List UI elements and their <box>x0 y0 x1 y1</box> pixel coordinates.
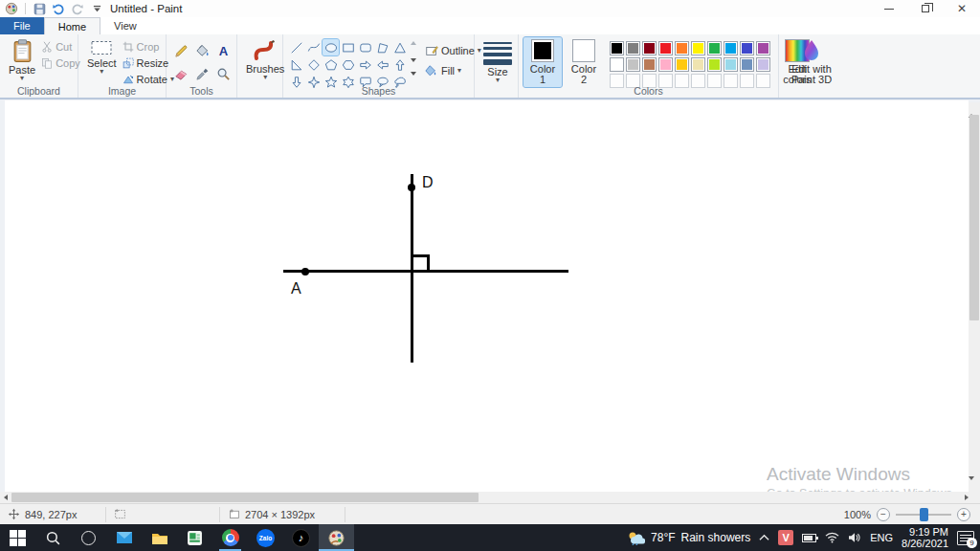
language-indicator[interactable]: ENG <box>870 532 893 543</box>
size-button[interactable]: Size ▾ <box>479 37 516 85</box>
palette-swatch[interactable] <box>740 41 754 55</box>
palette-swatch[interactable] <box>610 41 624 55</box>
palette-swatch[interactable] <box>610 57 624 72</box>
group-shapes: Outline ▾ Fill ▾ Shapes <box>283 34 475 98</box>
scroll-left-icon[interactable] <box>0 492 11 503</box>
eraser-icon <box>174 67 189 81</box>
paste-button[interactable]: Paste ▾ <box>5 37 39 83</box>
shape-hexagon-button[interactable] <box>340 56 356 73</box>
palette-swatch[interactable] <box>707 57 722 72</box>
redo-button[interactable] <box>70 2 85 15</box>
edit-with-paint3d-button[interactable]: Edit with Paint 3D <box>784 37 839 87</box>
color-picker-tool-button[interactable] <box>192 63 212 84</box>
tab-view[interactable]: View <box>100 17 150 34</box>
shape-diamond-button[interactable] <box>305 56 322 73</box>
horizontal-scrollbar[interactable] <box>0 492 969 503</box>
volume-icon[interactable] <box>848 532 861 543</box>
cut-button[interactable]: Cut <box>39 39 82 54</box>
v-app-tray-icon[interactable]: V <box>778 530 793 545</box>
restore-button[interactable] <box>907 0 944 17</box>
pencil-tool-button[interactable] <box>171 40 190 61</box>
start-button[interactable] <box>0 524 35 551</box>
minimize-button[interactable] <box>871 0 907 17</box>
shape-ellipse-button[interactable] <box>323 39 339 55</box>
palette-swatch[interactable] <box>658 57 673 72</box>
fill-tool-button[interactable] <box>192 40 212 61</box>
close-button[interactable]: ✕ <box>944 0 980 17</box>
copy-button[interactable]: Copy <box>39 55 82 70</box>
zoom-slider-thumb[interactable] <box>920 508 928 521</box>
shape-triangle-button[interactable] <box>391 39 408 55</box>
palette-swatch[interactable] <box>626 41 640 55</box>
palette-swatch[interactable] <box>740 57 754 72</box>
palette-swatch[interactable] <box>691 57 705 72</box>
tiktok-button[interactable]: ♪ <box>283 524 319 551</box>
palette-swatch[interactable] <box>675 57 689 72</box>
shape-right-triangle-button[interactable] <box>288 56 304 73</box>
palette-swatch[interactable] <box>658 41 673 55</box>
paint-taskbar-button[interactable] <box>319 524 354 551</box>
shape-arrow-left-button[interactable] <box>374 56 390 73</box>
chrome-button[interactable] <box>212 524 248 551</box>
eraser-tool-button[interactable] <box>171 63 190 84</box>
shape-rectangle-button[interactable] <box>340 39 356 55</box>
select-button[interactable]: Select ▾ <box>83 37 121 77</box>
shapes-scroll-up-icon[interactable] <box>411 41 416 45</box>
tab-home[interactable]: Home <box>44 17 100 34</box>
undo-button[interactable] <box>51 2 66 15</box>
scroll-right-icon[interactable] <box>957 492 969 503</box>
palette-swatch[interactable] <box>626 57 640 72</box>
shape-pentagon-button[interactable] <box>323 56 339 73</box>
zoom-slider[interactable] <box>896 514 951 516</box>
magnifier-tool-button[interactable] <box>213 63 233 84</box>
mail-button[interactable] <box>106 524 142 551</box>
vertical-scrollbar[interactable] <box>969 102 980 492</box>
scroll-down-icon[interactable] <box>969 480 974 492</box>
color1-button[interactable]: Color 1 <box>523 37 562 87</box>
customize-qat-button[interactable] <box>89 2 104 15</box>
shape-polygon-button[interactable] <box>374 39 390 55</box>
notification-center-button[interactable]: 9 <box>957 531 974 545</box>
shape-arrow-right-button[interactable] <box>357 56 373 73</box>
zoom-in-button[interactable]: + <box>957 508 970 521</box>
zoom-out-button[interactable]: − <box>877 508 890 521</box>
color2-button[interactable]: Color 2 <box>565 37 603 87</box>
shape-rounded-rectangle-button[interactable] <box>357 39 373 55</box>
brushes-button[interactable]: Brushes ▾ <box>242 37 288 82</box>
shape-line-button[interactable] <box>288 39 304 55</box>
vertical-scroll-thumb[interactable] <box>969 115 979 320</box>
group-label-tools: Tools <box>167 85 236 97</box>
weather-widget[interactable]: 78°F Rain showers <box>626 530 750 545</box>
text-tool-button[interactable]: A <box>213 40 233 61</box>
save-button[interactable] <box>32 2 47 15</box>
paint3d-icon <box>802 39 821 62</box>
wifi-icon[interactable] <box>825 532 839 543</box>
spreadsheet-app-button[interactable] <box>177 524 212 551</box>
shapes-scroll-down-icon[interactable] <box>411 58 416 62</box>
file-explorer-button[interactable] <box>142 524 177 551</box>
horizontal-line <box>283 270 568 273</box>
zalo-button[interactable]: Zalo <box>248 524 283 551</box>
battery-icon[interactable] <box>802 534 816 542</box>
palette-swatch[interactable] <box>724 41 738 55</box>
palette-swatch[interactable] <box>642 57 657 72</box>
mail-icon <box>116 531 133 544</box>
status-bar: 849, 227px 2704 × 1392px 100% − + <box>0 503 980 524</box>
scroll-up-icon[interactable] <box>969 102 974 114</box>
shape-arrow-up-button[interactable] <box>391 56 408 73</box>
palette-swatch[interactable] <box>642 41 657 55</box>
shape-curve-button[interactable] <box>305 39 322 55</box>
cortana-button[interactable] <box>71 524 106 551</box>
tab-file[interactable]: File <box>0 17 44 34</box>
taskbar-search-button[interactable] <box>35 524 71 551</box>
tray-expand-chevron-icon[interactable] <box>759 534 769 541</box>
taskbar-clock[interactable]: 9:19 PM 8/26/2021 <box>902 526 948 549</box>
palette-swatch[interactable] <box>707 41 722 55</box>
palette-swatch[interactable] <box>691 41 705 55</box>
palette-swatch[interactable] <box>675 41 689 55</box>
drawing-canvas[interactable] <box>5 100 969 492</box>
palette-swatch[interactable] <box>756 41 770 55</box>
palette-swatch[interactable] <box>724 57 738 72</box>
horizontal-scroll-thumb[interactable] <box>11 493 479 502</box>
palette-swatch[interactable] <box>756 57 770 72</box>
